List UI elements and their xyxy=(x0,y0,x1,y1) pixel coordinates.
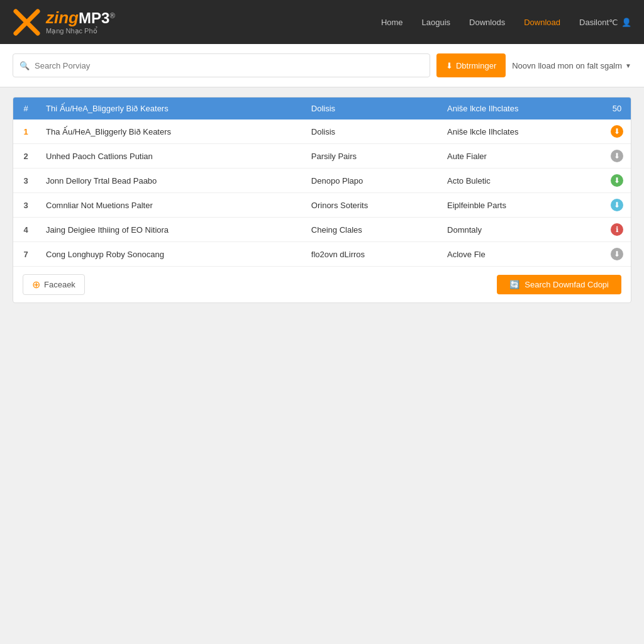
row-number: 3 xyxy=(13,169,38,193)
row-artist: Dolisis xyxy=(304,119,440,144)
search-download-label: Search Downfad Cdopi xyxy=(525,280,609,289)
search-input[interactable] xyxy=(35,61,423,70)
row-album: Aute Fialer xyxy=(440,144,603,169)
header: zingMP3® Mạng Nhạc Phổ Home Laoguis Down… xyxy=(0,0,644,44)
row-title: Comnliar Not Muetions Palter xyxy=(38,193,304,218)
content-card: # Thi Ấu/HeA_Bliggerly Bið Keaters Dolis… xyxy=(13,97,631,303)
col-artist: Dolisis xyxy=(304,97,440,119)
feedback-button[interactable]: ⊕ Faceaek xyxy=(23,274,85,295)
col-count: 50 xyxy=(603,97,631,119)
nav-downloads[interactable]: Downlods xyxy=(469,18,505,27)
logo-sup: ® xyxy=(109,11,115,19)
table-row: 3 Jonn Dellory Trtal Bead Paabo Denopo P… xyxy=(13,169,631,193)
search-section: 🔍 ⬇ Dbtrminger Noovn lload mon on falt s… xyxy=(0,44,644,87)
action-icon[interactable]: ⬇ xyxy=(611,248,623,260)
row-album: Aclove Fle xyxy=(440,242,603,267)
nav-home[interactable]: Home xyxy=(381,18,403,27)
row-artist: flo2ovn dLirros xyxy=(304,242,440,267)
main-content: # Thi Ấu/HeA_Bliggerly Bið Keaters Dolis… xyxy=(0,87,644,313)
feedback-icon: ⊕ xyxy=(32,279,40,291)
row-action[interactable]: ⬇ xyxy=(603,193,631,218)
table-body: 1 Tha Ấu/HeA_Bliggerly Bið Keaters Dolis… xyxy=(13,119,631,266)
nav-download[interactable]: Download xyxy=(524,18,560,27)
search-button[interactable]: ⬇ Dbtrminger xyxy=(436,53,506,77)
action-icon[interactable]: ⬇ xyxy=(611,199,623,211)
chevron-down-icon: ▼ xyxy=(625,62,631,69)
row-album: Eiplfeinble Parts xyxy=(440,193,603,218)
nav-laoguis[interactable]: Laoguis xyxy=(422,18,451,27)
search-container: 🔍 xyxy=(13,53,430,77)
logo-icon xyxy=(13,8,41,36)
refresh-icon: 🔄 xyxy=(509,280,519,289)
row-album: Aniše lkcle Ilhclates xyxy=(440,119,603,144)
row-number: 1 xyxy=(13,119,38,144)
nav-user[interactable]: Dasilont℃ 👤 xyxy=(579,18,631,27)
row-artist: Cheing Clales xyxy=(304,218,440,242)
row-title: Cong Longhuyp Roby Sonocang xyxy=(38,242,304,267)
row-action[interactable]: ⬇ xyxy=(603,144,631,169)
col-album: Aniše lkcle Ilhclates xyxy=(440,97,603,119)
search-download-button[interactable]: 🔄 Search Downfad Cdopi xyxy=(497,275,621,294)
music-table: # Thi Ấu/HeA_Bliggerly Bið Keaters Dolis… xyxy=(13,97,631,266)
row-number: 4 xyxy=(13,218,38,242)
user-icon: 👤 xyxy=(621,18,631,27)
table-row: 2 Unhed Paoch Catlions Putian Parsily Pa… xyxy=(13,144,631,169)
action-icon[interactable]: ℹ xyxy=(611,223,623,236)
search-btn-label: Dbtrminger xyxy=(456,61,496,70)
action-icon[interactable]: ⬇ xyxy=(611,150,623,162)
action-icon[interactable]: ⬇ xyxy=(611,125,623,138)
table-row: 4 Jaing Deigiee Ithiing of EO Nitiora Ch… xyxy=(13,218,631,242)
feedback-label: Faceaek xyxy=(44,280,75,289)
row-title: Jonn Dellory Trtal Bead Paabo xyxy=(38,169,304,193)
nav-links: Home Laoguis Downlods Download Dasilont℃… xyxy=(381,18,631,27)
filter-label: Noovn lload mon on falt sgalm xyxy=(512,61,622,70)
logo-subtitle: Mạng Nhạc Phổ xyxy=(46,27,115,35)
row-action[interactable]: ⬇ xyxy=(603,169,631,193)
table-row: 3 Comnliar Not Muetions Palter Orinors S… xyxy=(13,193,631,218)
table-row: 7 Cong Longhuyp Roby Sonocang flo2ovn dL… xyxy=(13,242,631,267)
row-artist: Orinors Soterits xyxy=(304,193,440,218)
download-icon: ⬇ xyxy=(446,61,453,70)
row-number: 2 xyxy=(13,144,38,169)
col-num: # xyxy=(13,97,38,119)
row-title: Tha Ấu/HeA_Bliggerly Bið Keaters xyxy=(38,119,304,144)
nav-user-label: Dasilont℃ xyxy=(579,18,618,27)
row-artist: Parsily Pairs xyxy=(304,144,440,169)
row-action[interactable]: ℹ xyxy=(603,218,631,242)
row-action[interactable]: ⬇ xyxy=(603,119,631,144)
table-header: # Thi Ấu/HeA_Bliggerly Bið Keaters Dolis… xyxy=(13,97,631,119)
search-icon: 🔍 xyxy=(19,61,30,70)
row-title: Unhed Paoch Catlions Putian xyxy=(38,144,304,169)
col-title: Thi Ấu/HeA_Bliggerly Bið Keaters xyxy=(38,97,304,119)
row-album: Domntaly xyxy=(440,218,603,242)
row-title: Jaing Deigiee Ithiing of EO Nitiora xyxy=(38,218,304,242)
action-icon[interactable]: ⬇ xyxy=(611,174,623,187)
filter-dropdown[interactable]: Noovn lload mon on falt sgalm ▼ xyxy=(512,61,631,70)
row-album: Acto Buletic xyxy=(440,169,603,193)
row-action[interactable]: ⬇ xyxy=(603,242,631,267)
row-number: 7 xyxy=(13,242,38,267)
logo-zing: zing xyxy=(46,8,79,27)
logo-area: zingMP3® Mạng Nhạc Phổ xyxy=(13,8,115,36)
row-number: 3 xyxy=(13,193,38,218)
logo-mp3: MP3 xyxy=(79,9,109,26)
table-row: 1 Tha Ấu/HeA_Bliggerly Bið Keaters Dolis… xyxy=(13,119,631,144)
row-artist: Denopo Plapo xyxy=(304,169,440,193)
card-footer: ⊕ Faceaek 🔄 Search Downfad Cdopi xyxy=(13,266,631,303)
